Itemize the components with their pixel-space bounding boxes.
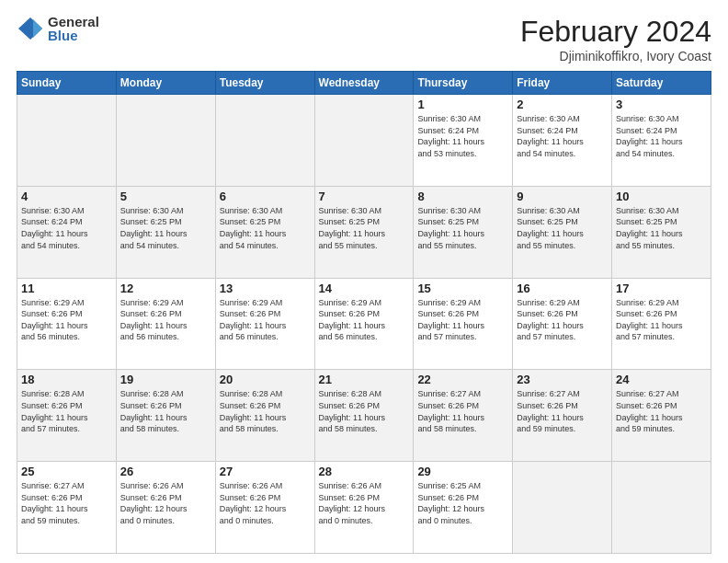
day-cell (116, 95, 215, 187)
day-cell: 23Sunrise: 6:27 AM Sunset: 6:26 PM Dayli… (513, 370, 612, 462)
day-header-thursday: Thursday (414, 72, 513, 95)
week-row-4: 18Sunrise: 6:28 AM Sunset: 6:26 PM Dayli… (17, 370, 711, 462)
day-number: 24 (616, 373, 707, 386)
day-info: Sunrise: 6:27 AM Sunset: 6:26 PM Dayligh… (517, 388, 608, 434)
day-number: 9 (517, 190, 608, 203)
day-info: Sunrise: 6:29 AM Sunset: 6:26 PM Dayligh… (319, 297, 410, 343)
day-number: 12 (120, 282, 211, 295)
day-header-monday: Monday (116, 72, 215, 95)
day-cell: 18Sunrise: 6:28 AM Sunset: 6:26 PM Dayli… (17, 370, 117, 462)
day-cell: 2Sunrise: 6:30 AM Sunset: 6:24 PM Daylig… (513, 95, 612, 187)
day-header-sunday: Sunday (17, 72, 117, 95)
day-info: Sunrise: 6:29 AM Sunset: 6:26 PM Dayligh… (417, 297, 508, 343)
day-info: Sunrise: 6:27 AM Sunset: 6:26 PM Dayligh… (21, 480, 112, 526)
day-info: Sunrise: 6:30 AM Sunset: 6:25 PM Dayligh… (319, 205, 410, 251)
day-cell: 17Sunrise: 6:29 AM Sunset: 6:26 PM Dayli… (612, 278, 711, 370)
day-number: 29 (417, 465, 508, 478)
day-cell: 21Sunrise: 6:28 AM Sunset: 6:26 PM Dayli… (314, 370, 414, 462)
calendar-table: SundayMondayTuesdayWednesdayThursdayFrid… (17, 71, 711, 554)
day-number: 27 (220, 465, 311, 478)
day-info: Sunrise: 6:28 AM Sunset: 6:26 PM Dayligh… (120, 388, 211, 434)
logo-icon (17, 16, 44, 41)
day-cell (314, 95, 414, 187)
day-number: 20 (220, 373, 311, 386)
day-cell: 12Sunrise: 6:29 AM Sunset: 6:26 PM Dayli… (116, 278, 215, 370)
calendar-subtitle: Djiminikoffikro, Ivory Coast (520, 49, 711, 63)
day-info: Sunrise: 6:30 AM Sunset: 6:24 PM Dayligh… (417, 113, 508, 159)
day-info: Sunrise: 6:29 AM Sunset: 6:26 PM Dayligh… (21, 297, 112, 343)
day-cell: 28Sunrise: 6:26 AM Sunset: 6:26 PM Dayli… (314, 462, 414, 554)
day-info: Sunrise: 6:27 AM Sunset: 6:26 PM Dayligh… (417, 388, 508, 434)
day-number: 25 (21, 465, 112, 478)
day-header-friday: Friday (513, 72, 612, 95)
calendar-header-row: SundayMondayTuesdayWednesdayThursdayFrid… (17, 72, 711, 95)
day-info: Sunrise: 6:26 AM Sunset: 6:26 PM Dayligh… (120, 480, 211, 526)
day-cell: 3Sunrise: 6:30 AM Sunset: 6:24 PM Daylig… (612, 95, 711, 187)
day-cell (17, 95, 117, 187)
logo-text: General Blue (48, 15, 99, 42)
day-number: 17 (616, 282, 707, 295)
day-cell: 20Sunrise: 6:28 AM Sunset: 6:26 PM Dayli… (215, 370, 314, 462)
day-cell: 4Sunrise: 6:30 AM Sunset: 6:24 PM Daylig… (17, 186, 117, 278)
day-number: 3 (616, 98, 707, 111)
day-info: Sunrise: 6:30 AM Sunset: 6:24 PM Dayligh… (21, 205, 112, 251)
day-number: 8 (417, 190, 508, 203)
day-number: 4 (21, 190, 112, 203)
day-number: 21 (319, 373, 410, 386)
week-row-2: 4Sunrise: 6:30 AM Sunset: 6:24 PM Daylig… (17, 186, 711, 278)
day-cell (612, 462, 711, 554)
day-info: Sunrise: 6:26 AM Sunset: 6:26 PM Dayligh… (319, 480, 410, 526)
day-number: 23 (517, 373, 608, 386)
day-number: 26 (120, 465, 211, 478)
day-cell: 27Sunrise: 6:26 AM Sunset: 6:26 PM Dayli… (215, 462, 314, 554)
day-header-saturday: Saturday (612, 72, 711, 95)
day-header-tuesday: Tuesday (215, 72, 314, 95)
day-info: Sunrise: 6:30 AM Sunset: 6:25 PM Dayligh… (616, 205, 707, 251)
day-cell: 19Sunrise: 6:28 AM Sunset: 6:26 PM Dayli… (116, 370, 215, 462)
week-row-3: 11Sunrise: 6:29 AM Sunset: 6:26 PM Dayli… (17, 278, 711, 370)
day-cell: 1Sunrise: 6:30 AM Sunset: 6:24 PM Daylig… (414, 95, 513, 187)
day-header-wednesday: Wednesday (314, 72, 414, 95)
day-info: Sunrise: 6:29 AM Sunset: 6:26 PM Dayligh… (220, 297, 311, 343)
day-cell: 5Sunrise: 6:30 AM Sunset: 6:25 PM Daylig… (116, 186, 215, 278)
day-cell: 11Sunrise: 6:29 AM Sunset: 6:26 PM Dayli… (17, 278, 117, 370)
day-cell: 13Sunrise: 6:29 AM Sunset: 6:26 PM Dayli… (215, 278, 314, 370)
day-info: Sunrise: 6:30 AM Sunset: 6:25 PM Dayligh… (120, 205, 211, 251)
day-number: 5 (120, 190, 211, 203)
day-info: Sunrise: 6:26 AM Sunset: 6:26 PM Dayligh… (220, 480, 311, 526)
day-cell: 16Sunrise: 6:29 AM Sunset: 6:26 PM Dayli… (513, 278, 612, 370)
day-number: 13 (220, 282, 311, 295)
day-cell: 14Sunrise: 6:29 AM Sunset: 6:26 PM Dayli… (314, 278, 414, 370)
day-number: 2 (517, 98, 608, 111)
day-number: 22 (417, 373, 508, 386)
day-number: 28 (319, 465, 410, 478)
day-cell: 26Sunrise: 6:26 AM Sunset: 6:26 PM Dayli… (116, 462, 215, 554)
page: General Blue February 2024 Djiminikoffik… (0, 0, 728, 563)
day-info: Sunrise: 6:29 AM Sunset: 6:26 PM Dayligh… (120, 297, 211, 343)
header: General Blue February 2024 Djiminikoffik… (17, 15, 711, 63)
day-number: 16 (517, 282, 608, 295)
day-number: 1 (417, 98, 508, 111)
day-info: Sunrise: 6:29 AM Sunset: 6:26 PM Dayligh… (616, 297, 707, 343)
day-cell: 24Sunrise: 6:27 AM Sunset: 6:26 PM Dayli… (612, 370, 711, 462)
day-info: Sunrise: 6:30 AM Sunset: 6:24 PM Dayligh… (517, 113, 608, 159)
day-number: 10 (616, 190, 707, 203)
svg-marker-1 (33, 19, 42, 38)
week-row-1: 1Sunrise: 6:30 AM Sunset: 6:24 PM Daylig… (17, 95, 711, 187)
day-info: Sunrise: 6:29 AM Sunset: 6:26 PM Dayligh… (517, 297, 608, 343)
day-number: 6 (220, 190, 311, 203)
day-info: Sunrise: 6:27 AM Sunset: 6:26 PM Dayligh… (616, 388, 707, 434)
day-number: 14 (319, 282, 410, 295)
day-cell: 29Sunrise: 6:25 AM Sunset: 6:26 PM Dayli… (414, 462, 513, 554)
title-block: February 2024 Djiminikoffikro, Ivory Coa… (520, 15, 711, 63)
day-cell (513, 462, 612, 554)
day-info: Sunrise: 6:30 AM Sunset: 6:25 PM Dayligh… (220, 205, 311, 251)
week-row-5: 25Sunrise: 6:27 AM Sunset: 6:26 PM Dayli… (17, 462, 711, 554)
calendar-title: February 2024 (520, 15, 711, 49)
day-info: Sunrise: 6:30 AM Sunset: 6:24 PM Dayligh… (616, 113, 707, 159)
day-number: 19 (120, 373, 211, 386)
day-cell: 7Sunrise: 6:30 AM Sunset: 6:25 PM Daylig… (314, 186, 414, 278)
day-info: Sunrise: 6:25 AM Sunset: 6:26 PM Dayligh… (417, 480, 508, 526)
day-cell: 15Sunrise: 6:29 AM Sunset: 6:26 PM Dayli… (414, 278, 513, 370)
day-info: Sunrise: 6:28 AM Sunset: 6:26 PM Dayligh… (220, 388, 311, 434)
